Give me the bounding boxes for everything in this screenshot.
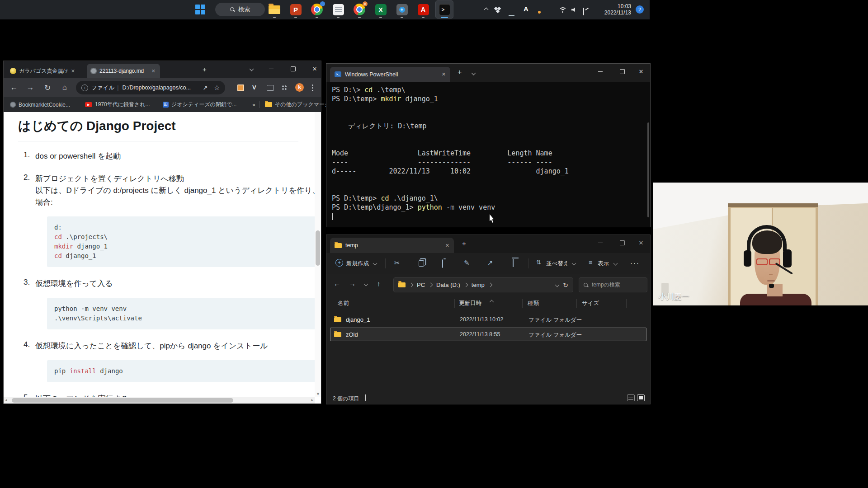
- ime-mode-icon[interactable]: A: [524, 5, 528, 13]
- new-tab-button[interactable]: +: [203, 66, 207, 73]
- column-header[interactable]: サイズ: [582, 300, 599, 307]
- copy-icon[interactable]: [419, 260, 424, 267]
- breadcrumb-segment[interactable]: Data (D:): [436, 282, 460, 288]
- vertical-scrollbar-thumb[interactable]: [316, 230, 320, 266]
- back-icon[interactable]: ←: [7, 78, 21, 97]
- vertical-scrollbar[interactable]: ▼: [315, 112, 321, 397]
- speaker-icon[interactable]: [571, 7, 577, 12]
- share-icon[interactable]: ↗: [203, 84, 208, 91]
- close-button[interactable]: ✕: [632, 64, 650, 79]
- tab-close-icon[interactable]: ✕: [442, 71, 446, 77]
- taskbar-app-terminal[interactable]: >_: [435, 0, 453, 19]
- breadcrumb-segment[interactable]: PC: [417, 282, 425, 288]
- forward-icon[interactable]: →: [349, 280, 356, 287]
- page-info-icon[interactable]: i: [81, 84, 88, 91]
- maximize-button[interactable]: [613, 235, 631, 250]
- sort-label[interactable]: 並べ替え: [546, 260, 569, 267]
- taskbar-app-excel[interactable]: X: [372, 0, 390, 19]
- more-options-icon[interactable]: ···: [630, 259, 640, 267]
- tab-close-icon[interactable]: ✕: [151, 68, 156, 74]
- explorer-tab[interactable]: temp ✕: [330, 238, 454, 253]
- view-icon[interactable]: ≡: [589, 259, 592, 266]
- breadcrumb[interactable]: PCData (D:)temp ↻: [393, 277, 573, 292]
- rename-icon[interactable]: ✎: [464, 259, 470, 267]
- sort-icon[interactable]: ⇅: [536, 259, 541, 266]
- column-header[interactable]: 種類: [528, 300, 539, 307]
- terminal-output[interactable]: PS D:\> cd .\temp\PS D:\temp> mkdir djan…: [326, 82, 650, 227]
- browser-tab[interactable]: 221113-django.md✕: [87, 64, 160, 78]
- new-item-icon[interactable]: +: [335, 259, 343, 267]
- hidden-icons-chevron-icon[interactable]: [484, 8, 489, 12]
- new-item-label[interactable]: 新規作成: [346, 260, 369, 267]
- taskbar-app-explorer[interactable]: [265, 0, 283, 19]
- address-bar[interactable]: i ファイル | D:/Dropbox/galapagos/co... ↗ ☆: [76, 81, 225, 94]
- extension-v-icon[interactable]: V: [252, 84, 256, 91]
- forward-icon[interactable]: →: [24, 78, 37, 97]
- notification-badge[interactable]: 2: [636, 5, 644, 14]
- refresh-icon[interactable]: ↻: [563, 282, 568, 289]
- horizontal-scrollbar[interactable]: ◂ ▸: [4, 397, 315, 404]
- scroll-down-arrow-icon[interactable]: ▼: [316, 392, 320, 396]
- file-row[interactable]: django_12022/11/13 10:02ファイル フォルダー: [330, 313, 646, 326]
- extension-qr-icon[interactable]: [237, 84, 244, 91]
- code-block[interactable]: pip install django: [47, 360, 321, 382]
- taskbar-app-notepad[interactable]: [329, 0, 347, 19]
- sort-chevron-icon[interactable]: [572, 261, 576, 266]
- bookmarks-overflow-icon[interactable]: »: [252, 97, 255, 112]
- taskbar-app-powerpoint[interactable]: P: [287, 0, 305, 19]
- start-button[interactable]: [195, 5, 205, 14]
- details-view-icon[interactable]: [627, 394, 635, 401]
- code-block[interactable]: d:cd .\projects\mkdir django_1cd django_…: [47, 216, 321, 267]
- terminal-dropdown-icon[interactable]: [472, 71, 476, 75]
- minimize-button[interactable]: [591, 235, 609, 250]
- explorer-search[interactable]: tempの検索: [579, 277, 647, 292]
- bookmark-star-icon[interactable]: ☆: [214, 84, 220, 91]
- taskbar-clock[interactable]: 10:03 2022/11/13: [603, 3, 631, 16]
- scroll-right-arrow-icon[interactable]: ▸: [311, 398, 313, 402]
- home-icon[interactable]: ⌂: [58, 78, 71, 97]
- extension-panel-icon[interactable]: [267, 85, 274, 91]
- bookmark-item[interactable]: 田ジオシティーズの閉鎖で...: [163, 97, 236, 112]
- taskbar-app-chrome-k[interactable]: k: [350, 0, 368, 19]
- back-icon[interactable]: ←: [334, 280, 340, 287]
- paste-icon[interactable]: [442, 259, 443, 268]
- view-chevron-icon[interactable]: [613, 261, 618, 266]
- profile-avatar[interactable]: k: [295, 83, 304, 92]
- horizontal-scrollbar-thumb[interactable]: [12, 398, 233, 403]
- tab-close-icon[interactable]: ✕: [70, 68, 76, 74]
- breadcrumb-segment[interactable]: temp: [472, 282, 485, 288]
- bookmark-item[interactable]: BookmarkletCookie...: [10, 97, 70, 112]
- new-explorer-tab-button[interactable]: +: [462, 239, 466, 247]
- close-button[interactable]: ✕: [306, 61, 324, 76]
- new-terminal-tab-button[interactable]: +: [458, 68, 462, 76]
- browser-tab[interactable]: ガラパゴス貴金属/ガラパゴス:✕: [6, 64, 80, 78]
- column-header[interactable]: 更新日時: [459, 300, 481, 307]
- delete-icon[interactable]: [513, 259, 514, 267]
- taskbar-app-acrobat[interactable]: A: [414, 0, 432, 19]
- browser-menu-icon[interactable]: [312, 87, 313, 89]
- maximize-button[interactable]: [284, 61, 302, 76]
- maximize-button[interactable]: [613, 64, 631, 79]
- minimize-button[interactable]: [262, 61, 280, 76]
- column-header[interactable]: 名前: [338, 300, 349, 307]
- scroll-left-arrow-icon[interactable]: ◂: [5, 398, 7, 402]
- code-block[interactable]: python -m venv venv.\venv\Scripts\activa…: [47, 298, 321, 329]
- other-bookmarks-folder[interactable]: その他のブックマーク: [265, 97, 330, 112]
- share-icon[interactable]: ↗: [487, 259, 493, 267]
- taskbar-search[interactable]: 検索: [215, 3, 265, 16]
- new-item-chevron-icon[interactable]: [373, 261, 377, 266]
- large-icons-view-icon[interactable]: [637, 394, 645, 401]
- tab-search-chevron-icon[interactable]: [250, 67, 254, 71]
- up-icon[interactable]: ↑: [377, 280, 381, 287]
- view-label[interactable]: 表示: [598, 260, 609, 267]
- extension-grid-icon[interactable]: [282, 85, 287, 90]
- history-chevron-icon[interactable]: [364, 282, 368, 286]
- terminal-scrollbar-thumb[interactable]: [647, 122, 649, 217]
- pen-battery-icon[interactable]: [583, 8, 584, 15]
- address-chevron-icon[interactable]: [555, 283, 560, 287]
- bookmark-item[interactable]: ▶1970年代に録音され...: [85, 97, 150, 112]
- taskbar-app-snip[interactable]: +: [393, 0, 411, 19]
- reload-icon[interactable]: ↻: [41, 78, 54, 97]
- taskbar-app-chrome-blue[interactable]: [308, 0, 326, 19]
- cut-icon[interactable]: ✂: [394, 259, 400, 267]
